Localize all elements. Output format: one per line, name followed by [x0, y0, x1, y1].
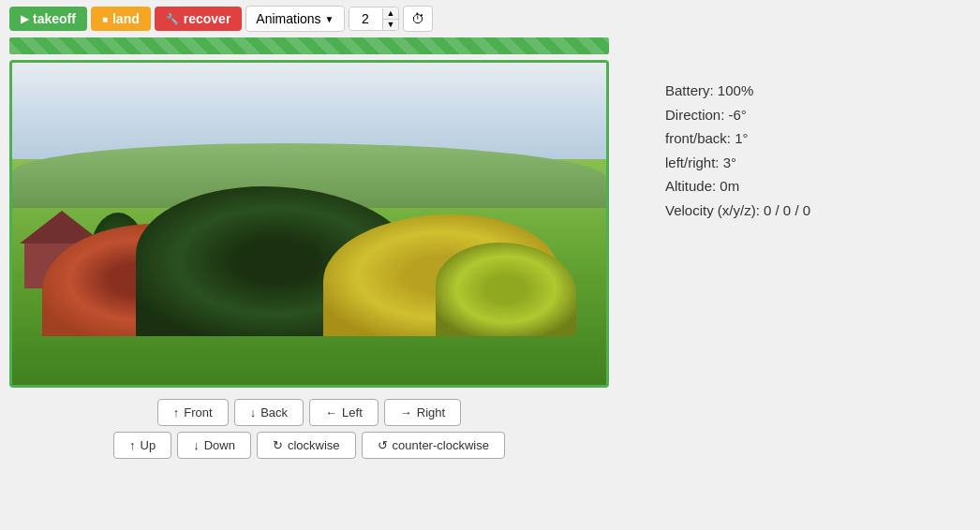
animation-count-spinner[interactable]: 2 ▲ ▼ — [349, 7, 400, 31]
spin-down-button[interactable]: ▼ — [383, 20, 399, 30]
land-button[interactable]: land — [91, 7, 151, 31]
down-arrow-icon: ↓ — [193, 438, 200, 452]
front-back-info: front/back: 1° — [665, 126, 810, 151]
back-arrow-icon: ↓ — [250, 405, 257, 420]
left-label: Left — [342, 405, 363, 420]
clockwise-label: clockwise — [288, 438, 340, 452]
animations-button[interactable]: Animations — [245, 6, 344, 32]
right-label: Right — [417, 405, 445, 420]
animation-count-input[interactable]: 2 — [349, 7, 382, 30]
bush-group — [42, 208, 577, 337]
up-label: Up — [141, 438, 156, 452]
stop-icon: ⏱ — [411, 11, 424, 26]
counter-clockwise-button[interactable]: ↺ counter-clockwise — [362, 432, 505, 459]
progress-bar — [9, 37, 609, 54]
left-arrow-icon: ← — [325, 405, 337, 420]
right-arrow-icon: → — [400, 405, 412, 420]
controls-row-1: ↑ Front ↓ Back ← Left → Right — [157, 399, 461, 426]
land-label: land — [112, 11, 140, 26]
clockwise-button[interactable]: ↻ clockwise — [257, 432, 356, 459]
controls-row-2: ↑ Up ↓ Down ↻ clockwise ↺ counter-clockw… — [113, 432, 505, 459]
front-label: Front — [184, 405, 212, 420]
counter-clockwise-label: counter-clockwise — [393, 438, 489, 452]
cw-icon: ↻ — [273, 438, 283, 452]
ccw-icon: ↺ — [378, 438, 388, 452]
front-button[interactable]: ↑ Front — [157, 399, 229, 426]
takeoff-label: takeoff — [33, 11, 76, 26]
battery-info: Battery: 100% — [665, 79, 810, 103]
animations-label: Animations — [256, 11, 320, 26]
recover-button[interactable]: recover — [155, 7, 243, 31]
spin-up-button[interactable]: ▲ — [383, 8, 399, 20]
telemetry-panel: Battery: 100% Direction: -6° front/back:… — [665, 79, 810, 222]
camera-feed — [9, 60, 609, 388]
top-bar: takeoff land recover Animations 2 ▲ ▼ ⏱ — [0, 0, 980, 37]
altitude-info: Altitude: 0m — [665, 174, 810, 199]
camera-scene — [12, 63, 606, 385]
front-arrow-icon: ↑ — [173, 405, 180, 420]
main-area: ↑ Front ↓ Back ← Left → Right ↑ Up — [0, 60, 980, 459]
stop-button[interactable]: ⏱ — [403, 6, 433, 32]
takeoff-button[interactable]: takeoff — [9, 7, 87, 31]
down-label: Down — [204, 438, 235, 452]
left-panel: ↑ Front ↓ Back ← Left → Right ↑ Up — [9, 60, 609, 459]
back-label: Back — [260, 405, 288, 420]
down-button[interactable]: ↓ Down — [177, 432, 251, 459]
back-button[interactable]: ↓ Back — [234, 399, 304, 426]
spin-buttons: ▲ ▼ — [382, 8, 399, 30]
left-right-info: left/right: 3° — [665, 151, 810, 175]
right-button[interactable]: → Right — [384, 399, 461, 426]
bush-far-right — [436, 243, 576, 336]
velocity-info: Velocity (x/y/z): 0 / 0 / 0 — [665, 199, 810, 223]
recover-label: recover — [184, 11, 231, 26]
up-button[interactable]: ↑ Up — [113, 432, 171, 459]
up-arrow-icon: ↑ — [129, 438, 136, 452]
left-button[interactable]: ← Left — [309, 399, 379, 426]
direction-info: Direction: -6° — [665, 103, 810, 127]
